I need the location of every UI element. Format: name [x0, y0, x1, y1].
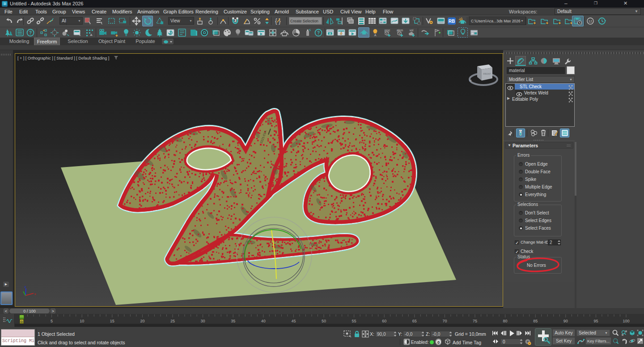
svg-text:65: 65	[412, 319, 417, 323]
svg-text:3: 3	[4, 2, 6, 5]
svg-text:50: 50	[322, 319, 326, 323]
svg-text:z: z	[24, 285, 26, 289]
svg-text:100: 100	[623, 319, 629, 323]
svg-text:A: A	[329, 32, 331, 35]
svg-text:70: 70	[442, 319, 447, 323]
svg-text:[ + ] [ Orthographic ] [ Stand: [ + ] [ Orthographic ] [ Standard ] [ De…	[17, 56, 109, 60]
svg-text:30: 30	[201, 319, 205, 323]
svg-text:25: 25	[170, 319, 175, 323]
svg-text:60: 60	[382, 319, 386, 323]
svg-text:90: 90	[564, 319, 568, 323]
svg-text:vol: vol	[410, 29, 414, 32]
svg-text:A: A	[374, 34, 377, 37]
svg-text:FRONT: FRONT	[483, 73, 491, 75]
svg-text:{: {	[275, 17, 277, 25]
svg-text:35: 35	[231, 319, 235, 323]
svg-text:RB: RB	[449, 19, 455, 24]
svg-text:80: 80	[503, 319, 508, 323]
svg-text:85: 85	[533, 319, 538, 323]
svg-text:x: x	[34, 292, 36, 296]
svg-text:12: 12	[589, 19, 592, 23]
svg-text:W: W	[469, 79, 472, 82]
svg-text:20: 20	[140, 319, 144, 323]
svg-text:5: 5	[51, 319, 53, 323]
svg-text:95: 95	[593, 319, 598, 323]
svg-text:3: 3	[234, 18, 236, 23]
svg-text:10: 10	[80, 319, 84, 323]
svg-text:45: 45	[291, 319, 296, 323]
svg-text:40: 40	[261, 319, 266, 323]
svg-text:?: ?	[29, 30, 32, 35]
svg-text:?: ?	[317, 30, 320, 35]
svg-text:55: 55	[352, 319, 356, 323]
svg-text:15: 15	[110, 319, 114, 323]
svg-text:75: 75	[473, 319, 477, 323]
